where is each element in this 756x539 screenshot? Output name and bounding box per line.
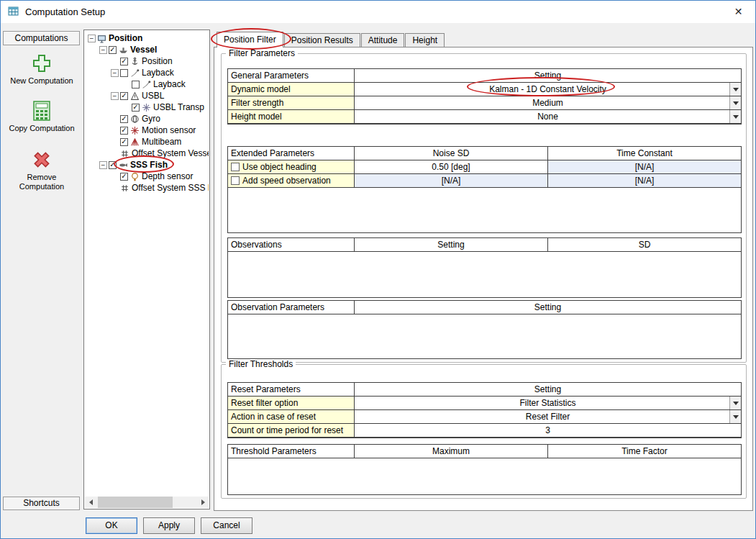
parameter-name-cell: Reset filter option <box>228 397 355 409</box>
tab-attitude[interactable]: Attitude <box>361 33 405 47</box>
cancel-button[interactable]: Cancel <box>201 517 252 534</box>
column-header: Setting <box>355 301 741 314</box>
parameter-value-cell: [N/A] <box>548 160 741 173</box>
parameter-value-cell[interactable]: Filter Statistics <box>355 397 741 409</box>
parameter-value-cell[interactable]: Medium <box>355 96 741 109</box>
dropdown-arrow-icon[interactable] <box>729 96 741 109</box>
tree-item-layback-child[interactable]: Layback <box>85 78 209 90</box>
parameter-name: Count or time period for reset <box>231 425 343 435</box>
computations-header-button[interactable]: Computations <box>3 31 80 45</box>
ok-button[interactable]: OK <box>86 517 137 534</box>
dropdown-arrow-icon[interactable] <box>729 110 741 123</box>
tree-checkbox[interactable]: ✓ <box>132 104 140 112</box>
usbl-icon <box>130 91 140 101</box>
parameter-value-cell[interactable]: None <box>355 110 741 123</box>
parameter-name: Use object heading <box>242 162 316 172</box>
tree-item-vessel[interactable]: −✓Vessel <box>85 44 209 55</box>
tree-item-offset-system-vessel[interactable]: Offset System Vesse <box>85 148 209 159</box>
tree-checkbox[interactable]: ✓ <box>120 58 128 65</box>
parameter-value: Kalman - 1D Constant Velocity <box>489 84 606 94</box>
tree-checkbox[interactable]: ✓ <box>120 138 128 146</box>
tree-item-label: Offset System SSS F <box>132 183 209 193</box>
column-header: Reset Parameters <box>228 383 355 396</box>
tree-item-offset-system-sss-fish[interactable]: Offset System SSS F <box>85 182 209 194</box>
tree-checkbox[interactable]: ✓ <box>120 115 128 123</box>
tree-item-layback[interactable]: −Layback <box>85 67 209 78</box>
computation-setup-dialog: Computation Setup ✕ Computations New Com… <box>0 0 756 539</box>
tree-horizontal-scrollbar[interactable] <box>85 497 209 508</box>
tree-item-label: Multibeam <box>142 137 181 147</box>
tree-item-gyro[interactable]: ✓Gyro <box>85 113 209 124</box>
parameter-value: [N/A] <box>635 176 655 186</box>
computation-tree: −Position−✓Vessel✓Position−LaybackLaybac… <box>85 31 209 497</box>
tree-item-position-root[interactable]: −Position <box>85 32 209 44</box>
close-icon[interactable]: ✕ <box>722 1 755 22</box>
parameter-value-cell[interactable]: Kalman - 1D Constant Velocity <box>355 83 741 96</box>
tree-item-label: Gyro <box>142 114 160 124</box>
tab-position-filter[interactable]: Position Filter <box>217 32 283 47</box>
expander-icon[interactable]: − <box>111 69 119 77</box>
expander-icon[interactable]: − <box>88 35 96 42</box>
tree-item-label: Depth sensor <box>142 171 193 181</box>
scroll-right-icon[interactable] <box>197 497 209 508</box>
remove-computation-button[interactable]: Remove Computation <box>9 149 75 191</box>
column-header: Setting <box>355 69 741 82</box>
table-row: Count or time period for reset3 <box>228 424 741 438</box>
anchor-icon <box>130 57 140 66</box>
parameter-name: Action in case of reset <box>231 412 316 422</box>
table-row: Height modelNone <box>228 110 741 124</box>
dropdown-arrow-icon[interactable] <box>729 410 741 423</box>
row-checkbox[interactable] <box>231 163 240 171</box>
dropdown-arrow-icon[interactable] <box>729 83 741 96</box>
tree-checkbox[interactable] <box>120 69 128 77</box>
tree-item-multibeam[interactable]: ✓Multibeam <box>85 136 209 148</box>
tree-item-usbl[interactable]: −✓USBL <box>85 90 209 101</box>
tree-checkbox[interactable]: ✓ <box>120 92 128 100</box>
copy-computation-icon <box>31 100 53 122</box>
tree-item-depth-sensor[interactable]: ✓Depth sensor <box>85 171 209 182</box>
tree-item-usbl-transponder[interactable]: ✓USBL Transp <box>85 101 209 113</box>
expander-icon[interactable]: − <box>99 161 107 169</box>
tree-checkbox[interactable]: ✓ <box>120 173 128 181</box>
computations-sidebar: Computations New Computation Copy Comput… <box>2 30 81 510</box>
copy-computation-label: Copy Computation <box>9 124 75 133</box>
table-header-row: Observation ParametersSetting <box>228 301 741 314</box>
expander-icon[interactable]: − <box>99 46 107 54</box>
tab-height[interactable]: Height <box>405 33 445 47</box>
parameter-value: 0.50 [deg] <box>432 162 470 172</box>
table-header-row: ObservationsSettingSD <box>228 238 741 252</box>
layback-icon <box>142 80 152 89</box>
parameter-value-cell[interactable]: 0.50 [deg] <box>355 160 548 173</box>
column-header: Observation Parameters <box>228 301 355 314</box>
tree-item-label: USBL <box>142 91 164 101</box>
app-icon <box>8 6 19 17</box>
extended-parameters-table: Extended ParametersNoise SDTime Constant… <box>227 146 742 233</box>
tree-checkbox[interactable]: ✓ <box>109 161 117 169</box>
tree-item-position[interactable]: ✓Position <box>85 55 209 67</box>
scrollbar-thumb[interactable] <box>98 497 173 508</box>
new-computation-button[interactable]: New Computation <box>9 53 75 86</box>
parameter-value-cell[interactable]: 3 <box>355 424 741 437</box>
parameter-value-cell[interactable]: Reset Filter <box>355 410 741 423</box>
table-row: Dynamic modelKalman - 1D Constant Veloci… <box>228 83 741 96</box>
table-header-row: General ParametersSetting <box>228 69 741 83</box>
parameter-name: Filter strength <box>231 98 283 108</box>
apply-button[interactable]: Apply <box>143 517 195 534</box>
tree-checkbox[interactable]: ✓ <box>109 46 117 54</box>
copy-computation-button[interactable]: Copy Computation <box>9 100 75 133</box>
expander-icon[interactable]: − <box>111 92 119 100</box>
tab-position-results[interactable]: Position Results <box>284 33 360 47</box>
parameter-name-cell: Count or time period for reset <box>228 424 355 437</box>
dropdown-arrow-icon[interactable] <box>729 397 741 409</box>
shortcuts-button[interactable]: Shortcuts <box>3 497 80 510</box>
tree-checkbox[interactable]: ✓ <box>120 127 128 135</box>
parameter-name: Add speed observation <box>242 176 331 186</box>
depth-icon <box>130 172 140 181</box>
tree-item-motion-sensor[interactable]: ✓Motion sensor <box>85 124 209 136</box>
row-checkbox[interactable] <box>231 176 240 185</box>
tree-checkbox[interactable] <box>132 81 140 89</box>
scroll-left-icon[interactable] <box>85 497 96 508</box>
table-header-row: Reset ParametersSetting <box>228 383 741 397</box>
tree-item-sss-fish[interactable]: −✓SSS Fish <box>85 159 209 171</box>
offset-icon <box>120 184 130 193</box>
